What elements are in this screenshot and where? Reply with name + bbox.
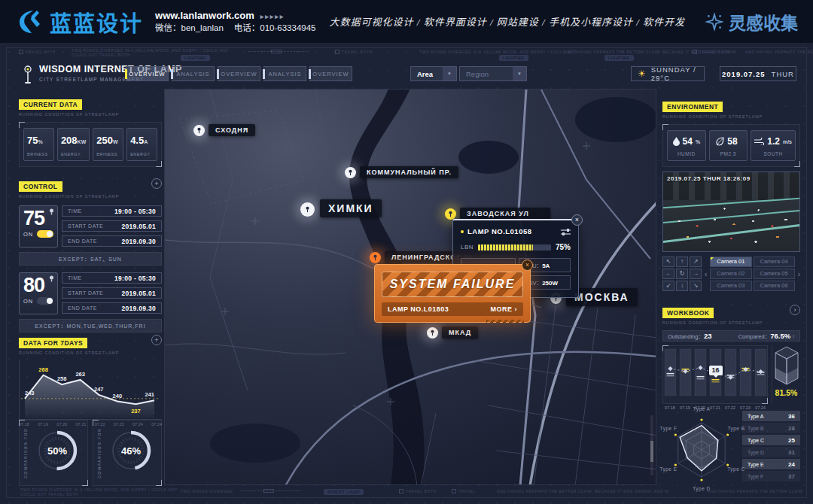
- gauge-label: COMPARISON FOR: [97, 428, 102, 478]
- environment-stats: 54% HUMID 58 PM2.5 1.2m/s SOUTH: [662, 124, 800, 167]
- map-pin-khimki[interactable]: [300, 202, 315, 217]
- week-line-chart: 243268258263247240237241: [19, 360, 162, 420]
- panel-badge: CURRENT DATA: [19, 99, 82, 110]
- pan-right-button[interactable]: →: [690, 269, 702, 279]
- pan-down-right-button[interactable]: ↘: [690, 281, 702, 291]
- map-pin-zavodskaya[interactable]: [445, 208, 456, 220]
- map-pin-mkad[interactable]: [427, 327, 438, 339]
- side-percent: 81.5%: [775, 388, 798, 397]
- end-date-row: END DATE2019.09.30: [62, 302, 162, 314]
- lamp-toggle[interactable]: [37, 297, 53, 305]
- type-e-row[interactable]: Type E24: [742, 459, 800, 469]
- pan-up-right-button[interactable]: ↗: [690, 257, 702, 267]
- lanlan-logo[interactable]: 蓝蓝设计: [17, 6, 143, 38]
- control-group-2: 80 ON TIME19:00 - 05:30 START DATE2019.0…: [19, 272, 162, 314]
- tab-analysis-1[interactable]: ANALYSIS: [172, 66, 215, 81]
- cube-icon: [774, 345, 799, 386]
- next-camera-icon[interactable]: ›: [798, 270, 800, 278]
- map-label-mkad[interactable]: МКАД: [442, 326, 478, 339]
- street-light-tag: STREET LIGHT: [324, 489, 364, 495]
- checkbox-decor: [399, 489, 403, 493]
- lighting-tag: LIGHTING: [499, 55, 528, 61]
- city-map[interactable]: СХОДНЯ КОММУНАЛЬНЫЙ ПР. ХИМКИ ЗАВОДСКАЯ …: [164, 89, 656, 485]
- tab-analysis-2[interactable]: ANALYSIS: [263, 66, 306, 81]
- prev-camera-icon[interactable]: ‹: [705, 270, 707, 278]
- environment-panel: ENVIRONMENT RUNNING CONDITION OF STREETL…: [662, 99, 800, 167]
- type-c-row[interactable]: Type C25: [742, 435, 800, 445]
- type-b-row[interactable]: Type B28: [742, 423, 800, 433]
- map-label-kommunalny[interactable]: КОММУНАЛЬНЫЙ ПР.: [360, 166, 458, 178]
- banner-contact-block: www.lanlanwork.com▸▸▸▸▸ 微信：ben_lanlan电话：…: [155, 9, 326, 34]
- sliders-icon[interactable]: [561, 228, 571, 235]
- panel-subtitle: RUNNING CONDITION OF STREETLAMP: [19, 351, 162, 355]
- workbook-side: 81.5%: [772, 345, 800, 404]
- lamp-pin-icon: [196, 127, 202, 134]
- map-scrollbar[interactable]: [650, 415, 653, 475]
- gauge-value: 50%: [33, 427, 81, 475]
- tab-overview-3[interactable]: OVERVIEW: [309, 66, 352, 81]
- lamp-pin-icon: [447, 211, 454, 217]
- camera-04-button[interactable]: Camera 04: [754, 257, 795, 267]
- panel-subtitle: RUNNING CONDITION OF STREETLAMP: [662, 320, 800, 325]
- type-d-row[interactable]: Type D31: [742, 447, 800, 457]
- pan-up-left-button[interactable]: ↖: [662, 257, 674, 267]
- panel-badge: CONTROL: [19, 181, 62, 192]
- camera-02-button[interactable]: Camera 02: [710, 269, 751, 279]
- camera-01-button[interactable]: Camera 01: [710, 257, 751, 267]
- checkbox-decor: [693, 50, 697, 54]
- chart-tooltip: 16: [709, 366, 723, 375]
- map-label-khimki[interactable]: ХИМКИ: [320, 199, 382, 217]
- camera-03-button[interactable]: Camera 03: [710, 281, 751, 291]
- tab-overview-2[interactable]: OVERVIEW: [218, 66, 260, 81]
- map-pin-kommunalny[interactable]: [345, 167, 356, 178]
- camera-dpad: ↖ ↑ ↗ ← ↻ → ↙ ↓ ↘: [662, 257, 702, 291]
- area-select[interactable]: Area▼: [410, 66, 457, 81]
- pan-down-left-button[interactable]: ↙: [662, 281, 674, 291]
- reset-view-button[interactable]: ↻: [676, 269, 688, 279]
- type-list: Type A36 Type B28 Type C25 Type D31 Type…: [742, 411, 800, 481]
- type-a-row[interactable]: Type A36: [742, 411, 800, 421]
- time-row: TIME19:00 - 05:30: [62, 205, 162, 217]
- close-icon[interactable]: ×: [522, 260, 533, 271]
- panel-badge: WORKBOOK: [662, 308, 714, 318]
- map-label-skhodnya[interactable]: СХОДНЯ: [209, 124, 255, 136]
- workbook-bar-chart: 16: [662, 345, 768, 404]
- current-data-panel: CURRENT DATA RUNNING CONDITION OF STREET…: [19, 96, 162, 167]
- wind-stat: 1.2m/s SOUTH: [751, 130, 796, 161]
- workbook-next-button[interactable]: ›: [790, 305, 800, 315]
- logo-text: 蓝蓝设计: [50, 6, 143, 38]
- lighting-tag: LIGHTING: [604, 55, 634, 61]
- camera-05-button[interactable]: Camera 05: [754, 269, 795, 279]
- traffic-decor: [663, 172, 799, 251]
- workbook-panel: WORKBOOK › RUNNING CONDITION OF STREETLA…: [662, 305, 800, 410]
- close-icon[interactable]: ×: [571, 214, 583, 226]
- camera-controls: ↖ ↑ ↗ ← ↻ → ↙ ↓ ↘ ‹ Camera 01 Camera 02 …: [662, 257, 800, 291]
- comparison-gauge-1: COMPARISON FOR 50%: [19, 420, 88, 486]
- checkbox-decor: [452, 489, 456, 493]
- camera-06-button[interactable]: Camera 06: [754, 281, 795, 291]
- lamp-toggle[interactable]: [37, 230, 53, 238]
- panel-badge: DATA FOR 7DAYS: [19, 338, 87, 348]
- add-control-button[interactable]: +: [151, 178, 162, 189]
- map-pin-skhodnya[interactable]: [193, 125, 205, 136]
- pan-down-button[interactable]: ↓: [676, 281, 688, 291]
- map-pin-leningradskoe[interactable]: [370, 252, 381, 263]
- dashboard-header: WISDOM INTERNET OF LAMP CITY STREETLAMP …: [0, 64, 813, 88]
- wechat-text: 微信：ben_lanlan: [155, 23, 224, 32]
- tab-overview-1[interactable]: OVERVIEW: [126, 66, 169, 81]
- type-f-row[interactable]: Type F37: [742, 471, 800, 481]
- website-link[interactable]: www.lanlanwork.com: [155, 10, 254, 21]
- lamp-pin-icon: [429, 329, 436, 336]
- panel-subtitle: RUNNING CONDITION OF STREETLAMP: [662, 114, 800, 119]
- stat-briness: 75%BRINESS: [23, 128, 54, 161]
- pan-up-button[interactable]: ↑: [676, 257, 688, 267]
- alert-lamp-id: LAMP NO.L01803: [388, 305, 449, 313]
- checkbox-decor: [19, 50, 23, 54]
- expand-week-button[interactable]: +: [151, 335, 162, 345]
- pan-left-button[interactable]: ←: [662, 269, 674, 279]
- map-label-zavodskaya[interactable]: ЗАВОДСКАЯ УЛ: [460, 208, 550, 220]
- more-button[interactable]: MORE ›: [491, 305, 518, 313]
- region-select[interactable]: Region▼: [459, 66, 527, 81]
- control-group-1: 75 ON TIME19:00 - 05:30 START DATE2019.0…: [19, 205, 162, 247]
- inspiration-collect-link[interactable]: 灵感收集: [705, 9, 798, 35]
